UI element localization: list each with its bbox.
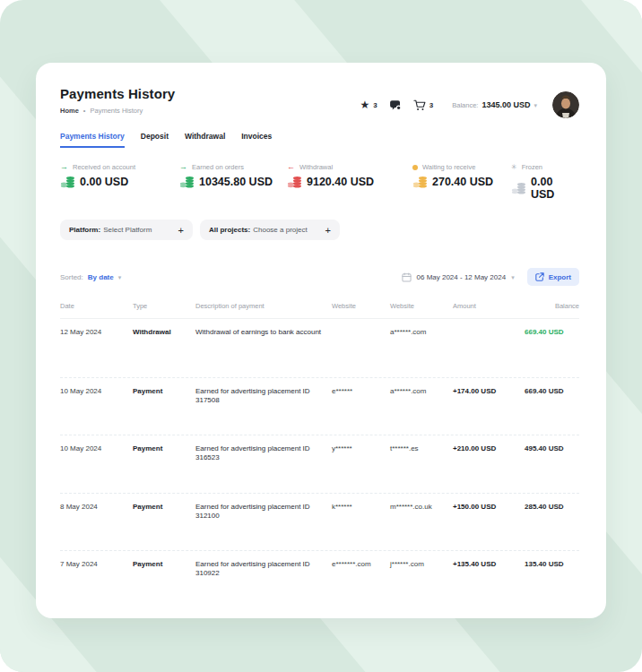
stat-value: 10345.80 USD [199,176,273,188]
projects-filter[interactable]: All projects:Choose a project + [200,220,340,240]
platform-filter[interactable]: Platform:Select Platform + [60,220,193,240]
favorites-count: 3 [373,101,377,109]
table-row[interactable]: 7 May 2024 Payment Earned for advertisin… [60,550,579,608]
star-icon: ★ [360,99,370,110]
sorted-label: Sorted: [60,273,83,281]
export-button[interactable]: Export [527,268,579,286]
export-button-label: Export [549,273,571,281]
cell-amount: +150.00 USD [453,503,517,512]
stat-label: Received on account [73,163,135,171]
stat-value: 270.40 USD [432,176,493,188]
cell-description: Earned for advertising placement ID 3175… [195,387,332,406]
toolbar-right: 06 May 2024 - 12 May 2024 ▾ Export [402,268,579,286]
table-row[interactable]: 10 May 2024 Payment Earned for advertisi… [60,377,579,435]
tab-withdrawal[interactable]: Withdrawal [185,132,225,148]
column-header-amount: Amount [453,302,517,310]
snowflake-icon: ✳ [511,164,517,171]
plus-icon: + [178,225,184,236]
breadcrumb-separator: • [83,107,86,115]
pending-dot-icon [412,165,418,170]
table-header: Date Type Description of payment Website… [60,298,579,319]
chevron-down-icon: ▾ [511,274,515,280]
cell-balance: 669.40 USD [525,387,579,396]
filters-row: Platform:Select Platform + All projects:… [60,220,579,240]
cell-date: 10 May 2024 [60,387,133,396]
topbar: ★ 3 [360,91,579,118]
cell-amount: +210.00 USD [453,444,517,453]
cell-type: Withdrawal [133,328,195,337]
calendar-icon [402,272,412,282]
cell-website2: j******.com [390,560,453,569]
table-row[interactable]: 12 May 2024 Withdrawal Withdrawal of ear… [60,319,579,377]
platform-filter-label: Platform: [69,226,100,234]
sort-by-dropdown[interactable]: By date [88,273,114,281]
table-row[interactable]: 10 May 2024 Payment Earned for advertisi… [60,435,579,493]
breadcrumb: Home • Payments History [60,107,175,115]
chevron-down-icon: ▾ [534,102,537,108]
chat-icon [389,99,402,111]
cell-amount: +174.00 USD [453,387,517,396]
payments-card: Payments History Home • Payments History… [36,63,606,618]
cell-balance: 135.40 USD [525,560,579,569]
stat-waiting-to-receive: Waiting to receive 270.40 USD [412,163,511,201]
cell-type: Payment [133,444,195,453]
chevron-down-icon: ▾ [118,274,122,280]
balance-label: Balance: [452,101,478,109]
table-body: 12 May 2024 Withdrawal Withdrawal of ear… [60,319,579,608]
cell-website2: a******.com [390,328,453,337]
cell-website1: k****** [332,503,390,512]
coins-icon [412,176,428,188]
coins-icon [511,182,526,194]
table-toolbar: Sorted: By date ▾ 06 May 2024 - 12 May 2… [60,268,579,286]
stat-label: Waiting to receive [422,163,475,171]
arrow-right-icon: → [179,163,187,171]
tab-payments-history[interactable]: Payments History [60,132,125,148]
arrow-left-icon: ← [287,163,295,171]
cell-type: Payment [133,503,195,512]
plus-icon: + [325,225,331,236]
date-range-picker[interactable]: 06 May 2024 - 12 May 2024 ▾ [402,272,515,282]
date-range-value: 06 May 2024 - 12 May 2024 [417,273,507,281]
breadcrumb-home-link[interactable]: Home [60,107,79,115]
cell-website2: m******.co.uk [390,503,453,512]
cell-date: 7 May 2024 [60,560,133,569]
avatar[interactable] [552,91,579,118]
cart-button[interactable]: 3 [413,99,433,111]
stat-frozen: ✳Frozen 0.00 USD [511,163,579,201]
messages-button[interactable] [389,99,402,111]
tab-bar: Payments History Deposit Withdrawal Invo… [60,132,579,148]
cell-website2: t******.es [390,444,453,453]
cell-website1: e****** [332,387,390,396]
balance-value: 1345.00 USD [482,100,530,109]
stat-value: 0.00 USD [531,176,579,201]
projects-filter-label: All projects: [209,226,250,234]
coins-icon [179,176,195,188]
coins-icon [60,176,75,188]
cell-website1: e*******.com [332,560,390,569]
column-header-type: Type [133,302,195,310]
stat-label: Frozen [522,163,542,171]
export-icon [535,272,544,281]
arrow-right-icon: → [60,163,68,171]
cart-count: 3 [429,101,433,109]
header: Payments History Home • Payments History… [60,86,579,118]
platform-filter-value: Select Platform [103,226,152,234]
stat-value: 9120.40 USD [307,176,374,188]
stat-received-on-account: →Received on account 0.00 USD [60,163,179,201]
favorites-button[interactable]: ★ 3 [360,99,377,110]
title-block: Payments History Home • Payments History [60,86,175,115]
sort-control: Sorted: By date ▾ [60,273,121,281]
cart-icon [413,99,426,111]
tab-invoices[interactable]: Invoices [241,132,272,148]
tab-deposit[interactable]: Deposit [141,132,169,148]
stat-label: Withdrawal [299,163,333,171]
balance-dropdown[interactable]: Balance: 1345.00 USD ▾ [452,100,537,109]
column-header-website2: Website [390,302,453,310]
stat-label: Earned on orders [192,163,244,171]
table-row[interactable]: 8 May 2024 Payment Earned for advertisin… [60,493,579,551]
coins-icon [287,176,302,188]
cell-amount: +135.40 USD [453,560,517,569]
page-title: Payments History [60,86,175,101]
page-background: Payments History Home • Payments History… [0,0,642,672]
stat-value: 0.00 USD [80,176,128,188]
